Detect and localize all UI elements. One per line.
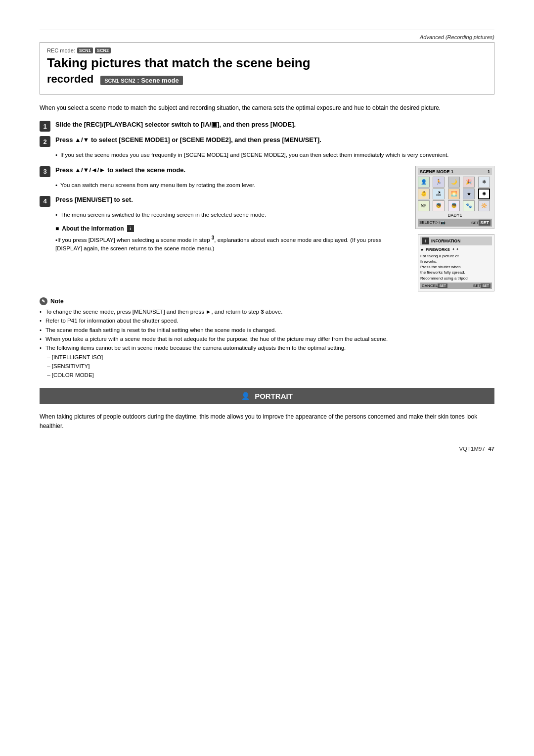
about-title-text: About the information — [62, 225, 124, 232]
scene-mode-img-title: SCENE MODE 1 1 — [418, 168, 492, 175]
steps-3-4-section: 3 Press ▲/▼/◄/► to select the scene mode… — [40, 166, 494, 291]
note-item-5: The following items cannot be set in sce… — [40, 343, 494, 380]
info-desc-line1: For taking a picture of — [420, 253, 492, 259]
scene-cell-pet: 🐾 — [463, 200, 475, 211]
scene-cell-sports: 🏃 — [433, 177, 445, 188]
note-item-3: The scene mode flash setting is reset to… — [40, 326, 494, 334]
intro-paragraph: When you select a scene mode to match th… — [40, 103, 494, 112]
scene-select-label: SELECT◇ i 📷 — [419, 220, 445, 225]
info-desc-line2: fireworks. — [420, 259, 492, 264]
note-title: Note — [50, 298, 64, 305]
portrait-description: When taking pictures of people outdoors … — [40, 412, 494, 431]
scene-mode-img-page: 1 — [488, 169, 490, 174]
portrait-label: PORTRAIT — [255, 392, 293, 400]
scene-mode-text: : Scene mode — [137, 77, 179, 84]
about-body-text: •If you press [DISPLAY] when selecting a… — [55, 234, 405, 253]
info-image-box: i INFORMATION ★ FIREWORKS ✦ ✦ For taking… — [418, 234, 494, 291]
about-header: ■ About the information i — [55, 225, 405, 232]
steps-3-4-left: 3 Press ▲/▼/◄/► to select the scene mode… — [40, 166, 405, 258]
rec-mode-box: REC mode: SCN1 SCN2 Taking pictures that… — [40, 42, 494, 94]
scene-cell-baby2: 👼 — [448, 200, 460, 211]
portrait-banner: 👤 PORTRAIT — [40, 388, 494, 404]
scene-cell-sunset: 🌅 — [448, 189, 460, 199]
scene-mode-badge: SCN1 SCN2 : Scene mode — [100, 76, 182, 85]
page-header: Advanced (Recording pictures) — [40, 34, 494, 40]
step-1-text: Slide the [REC]/[PLAYBACK] selector swit… — [55, 120, 494, 129]
note-icon: ✎ — [40, 297, 47, 305]
info-set-label: SETSET — [473, 284, 490, 288]
step-3-container: 3 Press ▲/▼/◄/► to select the scene mode… — [40, 166, 405, 189]
rec-mode-text: REC mode: — [47, 47, 75, 53]
step-2-row: 2 Press ▲/▼ to select [SCENE MODE1] or [… — [40, 136, 494, 147]
fireworks-sub-icons: ✦ ✦ — [452, 247, 459, 252]
about-section: ■ About the information i •If you press … — [55, 225, 405, 253]
mode-badge-scn1: SCN1 — [77, 47, 93, 53]
mode-badge-inline2: SCN2 — [121, 78, 135, 84]
right-images: SCENE MODE 1 1 👤 🏃 🌙 🎉 ❄ 👶 🏖 🌅 ★ ✺ 🍽 👼 — [415, 166, 494, 291]
scene-cell-beach: 🏖 — [433, 189, 445, 199]
scene-bottom-bar: SELECT◇ i 📷 SETSET — [418, 219, 492, 227]
scene-cell-highsens: 🔆 — [478, 200, 490, 211]
note-header: ✎ Note — [40, 297, 494, 305]
step-4-text: Press [MENU/SET] to set. — [55, 195, 405, 204]
scene-cell-party: 🎉 — [463, 177, 475, 188]
step-1-row: 1 Slide the [REC]/[PLAYBACK] selector sw… — [40, 120, 494, 132]
step-4-bullet: The menu screen is switched to the recor… — [55, 211, 405, 219]
info-desc-line3: Press the shutter when — [420, 264, 492, 270]
scene-cell-snow: ❄ — [478, 177, 490, 188]
main-title-recorded: recorded — [47, 73, 93, 85]
step-3-number: 3 — [40, 166, 50, 177]
main-title: Taking pictures that match the scene bei… — [47, 55, 487, 86]
mode-badge-inline1: SCN1 — [104, 78, 119, 84]
scene-cell-starry: ★ — [463, 189, 475, 199]
scene-cell-night-portrait: 🌙 — [448, 177, 460, 188]
note-item-4: When you take a picture with a scene mod… — [40, 334, 494, 343]
portrait-icon: 👤 — [241, 392, 250, 400]
note-item-2: Refer to P41 for information about the s… — [40, 316, 494, 325]
scene-mode-img-title-text: SCENE MODE 1 — [420, 169, 453, 174]
note-item-1: To change the scene mode, press [MENU/SE… — [40, 307, 494, 316]
rec-mode-label: REC mode: SCN1 SCN2 — [47, 47, 487, 53]
scene-set-label: SETSET — [471, 220, 490, 226]
scene-grid: 👤 🏃 🌙 🎉 ❄ 👶 🏖 🌅 ★ ✺ 🍽 👼 👼 🐾 🔆 — [418, 177, 492, 211]
step-2-text: Press ▲/▼ to select [SCENE MODE1] or [SC… — [55, 136, 494, 144]
step-4-row: 4 Press [MENU/SET] to set. — [40, 195, 405, 207]
info-cancel-label: CANCELSET — [422, 284, 447, 288]
fireworks-icon: ★ — [420, 247, 424, 252]
mode-badge-scn2: SCN2 — [95, 47, 111, 53]
steps-1-2: 1 Slide the [REC]/[PLAYBACK] selector sw… — [40, 120, 494, 159]
scene-label-baby1: BABY1 — [418, 213, 492, 218]
info-item-name: ★ FIREWORKS ✦ ✦ — [420, 247, 492, 252]
top-divider — [40, 30, 494, 30]
step-3-bullet: You can switch menu screens from any men… — [55, 181, 405, 189]
step-1-number: 1 — [40, 121, 50, 132]
header-italic-text: Advanced (Recording pictures) — [420, 34, 494, 40]
note-items-list: To change the scene mode, press [MENU/SE… — [40, 307, 494, 380]
page-footer: VQT1M97 47 — [40, 446, 494, 452]
step-4-number: 4 — [40, 196, 50, 207]
main-title-line2: recorded SCN1 SCN2 : Scene mode — [47, 73, 183, 85]
info-content: ★ FIREWORKS ✦ ✦ For taking a picture of … — [420, 247, 492, 281]
fireworks-label: FIREWORKS — [426, 247, 450, 252]
info-box-icon: i — [422, 237, 429, 244]
footer-page-num: 47 — [488, 446, 494, 452]
scene-cell-fireworks: ✺ — [478, 189, 490, 199]
step-4-container: 4 Press [MENU/SET] to set. The menu scre… — [40, 195, 405, 219]
step-3-row: 3 Press ▲/▼/◄/► to select the scene mode… — [40, 166, 405, 177]
scene-cell-baby1: 👼 — [433, 200, 445, 211]
scene-mode-image: SCENE MODE 1 1 👤 🏃 🌙 🎉 ❄ 👶 🏖 🌅 ★ ✺ 🍽 👼 — [415, 166, 494, 229]
step-3-text: Press ▲/▼/◄/► to select the scene mode. — [55, 166, 405, 175]
scene-cell-portrait: 👤 — [418, 177, 430, 188]
info-desc-line4: the fireworks fully spread. — [420, 270, 492, 275]
main-title-line1: Taking pictures that match the scene bei… — [47, 55, 311, 70]
scene-cell-food: 🍽 — [418, 200, 430, 211]
step-2-bullet: If you set the scene modes you use frequ… — [55, 151, 494, 159]
info-desc-line5: Recommend using a tripod. — [420, 276, 492, 281]
info-title-bar: i INFORMATION — [420, 236, 492, 245]
note-section: ✎ Note To change the scene mode, press [… — [40, 297, 494, 380]
info-bottom-bar: CANCELSET SETSET — [420, 283, 492, 289]
footer-brand: VQT1M97 — [459, 446, 485, 452]
info-icon: i — [127, 225, 134, 232]
step-2-number: 2 — [40, 136, 50, 147]
scene-cell-children: 👶 — [418, 189, 430, 199]
